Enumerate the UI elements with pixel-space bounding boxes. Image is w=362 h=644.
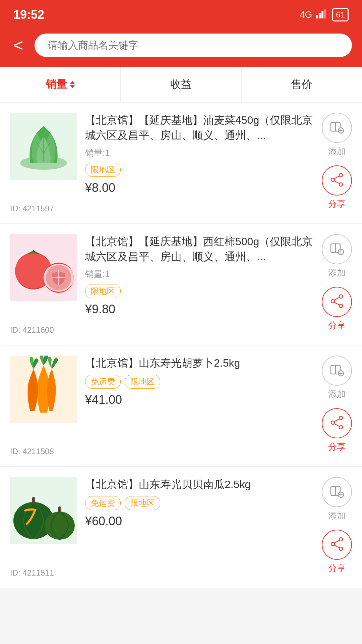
svg-rect-3	[324, 9, 326, 18]
svg-point-15	[339, 183, 343, 186]
share-icon-circle	[322, 287, 352, 317]
add-button[interactable]: 添加	[322, 477, 352, 522]
add-icon-circle	[322, 477, 352, 507]
add-icon	[329, 484, 344, 500]
product-title: 【北京馆】【延庆基地】油麦菜450g（仅限北京城六区及昌平、房山、顺义、通州、.…	[85, 113, 314, 143]
product-id: ID: 4211600	[10, 325, 54, 335]
add-icon	[329, 241, 344, 257]
product-image	[10, 234, 77, 301]
header: <	[0, 27, 362, 67]
svg-point-61	[339, 547, 343, 550]
share-button[interactable]: 分享	[322, 530, 352, 574]
svg-rect-52	[32, 497, 35, 504]
battery-icon: 61	[332, 8, 349, 21]
add-button[interactable]: 添加	[322, 234, 352, 279]
product-id: ID: 4211508	[10, 447, 54, 456]
product-tags: 限地区	[85, 284, 314, 298]
svg-line-47	[334, 419, 339, 422]
product-info: 【北京馆】山东寿光贝贝南瓜2.5kg 免运费限地区 ¥60.00	[85, 477, 314, 578]
svg-line-63	[334, 540, 339, 543]
share-button[interactable]: 分享	[322, 165, 352, 210]
svg-point-33	[339, 295, 343, 298]
sort-tab-sales[interactable]: 销量	[0, 67, 121, 102]
status-time: 19:52	[13, 8, 44, 22]
svg-point-53	[45, 512, 75, 540]
product-card: ID: 4211597 【北京馆】【延庆基地】油麦菜450g（仅限北京城六区及昌…	[0, 103, 362, 223]
svg-point-46	[331, 421, 335, 424]
add-icon	[329, 363, 344, 379]
share-button[interactable]: 分享	[322, 287, 352, 331]
product-id: ID: 4211511	[10, 568, 54, 578]
network-type: 4G	[300, 9, 312, 20]
product-actions: 添加 分享	[322, 113, 352, 213]
sort-arrows	[70, 81, 75, 88]
share-label: 分享	[328, 441, 346, 453]
share-icon	[329, 294, 344, 310]
search-input[interactable]	[35, 34, 352, 57]
product-tags: 免运费限地区	[85, 375, 314, 389]
add-label: 添加	[328, 146, 346, 157]
product-card: ID: 4211600 【北京馆】【延庆基地】西红柿500g（仅限北京城六区及昌…	[0, 224, 362, 345]
product-title: 【北京馆】山东寿光贝贝南瓜2.5kg	[85, 477, 314, 492]
sort-tab-price[interactable]: 售价	[242, 67, 362, 102]
svg-point-34	[339, 304, 343, 308]
back-button[interactable]: <	[10, 36, 26, 55]
product-tag: 免运费	[85, 375, 121, 389]
product-actions: 添加 分享	[322, 477, 352, 578]
share-button[interactable]: 分享	[322, 408, 352, 453]
product-sales: 销量:1	[85, 147, 314, 159]
product-card: ID: 4211511 【北京馆】山东寿光贝贝南瓜2.5kg 免运费限地区 ¥6…	[0, 467, 362, 588]
product-tag: 限地区	[125, 496, 160, 510]
add-button[interactable]: 添加	[322, 113, 352, 157]
product-image	[10, 113, 77, 180]
arrow-down-icon	[70, 85, 75, 88]
product-tags: 免运费限地区	[85, 496, 314, 510]
svg-rect-2	[321, 11, 323, 18]
add-label: 添加	[328, 388, 346, 400]
product-info: 【北京馆】【延庆基地】西红柿500g（仅限北京城六区及昌平、房山、顺义、通州、.…	[85, 234, 314, 335]
product-price: ¥9.80	[85, 302, 314, 316]
add-label: 添加	[328, 510, 346, 522]
share-label: 分享	[328, 198, 346, 210]
add-icon-circle	[322, 234, 352, 264]
product-actions: 添加 分享	[322, 356, 352, 456]
svg-point-45	[339, 426, 343, 429]
share-icon-circle	[322, 165, 352, 196]
product-list: ID: 4211597 【北京馆】【延庆基地】油麦菜450g（仅限北京城六区及昌…	[0, 103, 362, 588]
sort-tab-revenue[interactable]: 收益	[121, 67, 241, 102]
product-tag: 限地区	[85, 284, 121, 298]
add-button[interactable]: 添加	[322, 356, 352, 400]
svg-point-35	[331, 300, 335, 303]
share-icon	[329, 415, 344, 431]
share-label: 分享	[328, 320, 346, 331]
product-tag: 限地区	[85, 163, 121, 177]
add-icon-circle	[322, 356, 352, 386]
arrow-up-icon	[70, 81, 75, 84]
product-tag: 免运费	[85, 496, 121, 510]
share-label: 分享	[328, 562, 346, 574]
product-image	[10, 477, 77, 544]
svg-point-44	[339, 416, 343, 420]
product-price: ¥60.00	[85, 514, 314, 528]
product-price: ¥41.00	[85, 393, 314, 407]
add-icon-circle	[322, 113, 352, 143]
svg-point-62	[331, 542, 335, 546]
product-sales: 销量:1	[85, 268, 314, 280]
svg-rect-54	[58, 506, 61, 513]
share-icon	[329, 537, 344, 553]
svg-line-36	[334, 298, 339, 300]
share-icon-circle	[322, 530, 352, 560]
share-icon-circle	[322, 408, 352, 438]
product-actions: 添加 分享	[322, 234, 352, 335]
product-id: ID: 4211597	[10, 204, 54, 213]
svg-line-18	[334, 181, 339, 183]
product-info: 【北京馆】【延庆基地】油麦菜450g（仅限北京城六区及昌平、房山、顺义、通州、.…	[85, 113, 314, 213]
svg-rect-0	[316, 15, 318, 18]
product-price: ¥8.00	[85, 181, 314, 195]
signal-icon	[316, 9, 328, 21]
svg-point-14	[339, 173, 343, 177]
status-icons: 4G 61	[300, 8, 349, 21]
product-info: 【北京馆】山东寿光胡萝卜2.5kg 免运费限地区 ¥41.00	[85, 356, 314, 456]
svg-line-64	[334, 545, 339, 548]
share-icon	[329, 172, 344, 189]
